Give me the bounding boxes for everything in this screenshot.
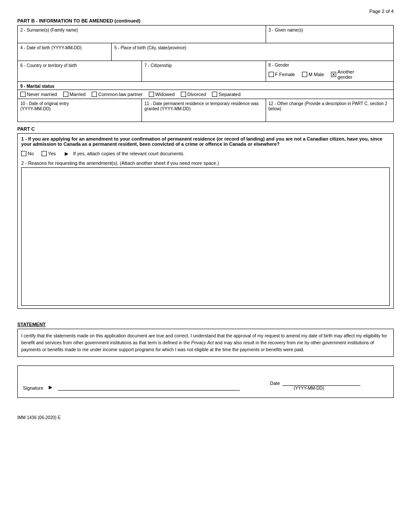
no-item[interactable]: No: [21, 151, 34, 156]
common-law-checkbox[interactable]: [92, 92, 97, 97]
gender-male-item[interactable]: M Male: [302, 72, 324, 77]
signature-arrow-icon: ►: [48, 384, 54, 391]
field6-label: 6 - Country or territory of birth: [20, 63, 77, 68]
gender-female-label: F Female: [275, 72, 295, 77]
arrow-icon: ►: [64, 150, 70, 157]
marital-never-married[interactable]: Never married: [20, 92, 57, 97]
marital-status-row: Never married Married Common-law partner…: [20, 92, 391, 97]
widowed-checkbox[interactable]: [149, 92, 154, 97]
married-checkbox[interactable]: [63, 92, 68, 97]
gender-female-item[interactable]: F Female: [269, 72, 295, 77]
date-label: Date: [270, 381, 280, 386]
part-b-table: 2 - Surname(s) (Family name) 3 - Given n…: [17, 25, 394, 122]
separated-label: Separated: [218, 92, 241, 97]
field2-label: 2 - Surname(s) (Family name): [20, 28, 78, 32]
field3-label: 3 - Given name(s): [269, 28, 303, 32]
field8-label: 8 - Gender: [269, 63, 391, 67]
attach-text: If yes, attach copies of the relevant co…: [73, 151, 184, 156]
part-c-box1: 1 - If you are applying for an amendment…: [17, 133, 394, 309]
never-married-label: Never married: [27, 92, 57, 97]
yes-item[interactable]: Yes: [42, 151, 56, 156]
no-checkbox[interactable]: [21, 151, 26, 156]
signature-row: Signature ► Date (YYYY-MM-DD): [21, 377, 390, 391]
field7-label: 7 - Citizenship: [144, 63, 172, 68]
marital-divorced[interactable]: Divorced: [181, 92, 206, 97]
field10-value[interactable]: [20, 111, 139, 120]
date-format: (YYYY-MM-DD): [270, 386, 348, 391]
part-c-label: PART C: [17, 126, 394, 131]
gender-female-checkbox[interactable]: [269, 72, 274, 77]
field5-value[interactable]: [114, 50, 391, 59]
marital-widowed[interactable]: Widowed: [149, 92, 175, 97]
field12-value[interactable]: [269, 111, 391, 120]
gender-male-checkbox[interactable]: [302, 72, 307, 77]
gender-another-label: Anothergender: [337, 69, 354, 80]
field6-value[interactable]: [20, 68, 139, 77]
signature-line[interactable]: [58, 382, 240, 391]
field12-label: 12 - Other change (Provide a description…: [269, 101, 388, 111]
statement-box: I certify that the statements made on th…: [17, 329, 394, 357]
page-number: Page 2 of 4: [17, 9, 394, 14]
divorced-label: Divorced: [187, 92, 206, 97]
part-b-title: PART B - INFORMATION TO BE AMENDED (cont…: [17, 18, 394, 23]
marital-common-law[interactable]: Common-law partner: [92, 92, 143, 97]
never-married-checkbox[interactable]: [20, 92, 26, 97]
common-law-label: Common-law partner: [98, 92, 143, 97]
field11-value[interactable]: [144, 111, 263, 120]
field4-value[interactable]: [20, 50, 109, 59]
field2-value[interactable]: [20, 32, 263, 41]
part-c-section1-text: 1 - If you are applying for an amendment…: [21, 136, 390, 147]
field10-label: 10 - Date of original entry(YYYY-MM-DD): [20, 101, 69, 111]
reasons-text-area[interactable]: [21, 167, 390, 306]
footer: IMM 1436 (06-2020) E: [17, 415, 394, 420]
signature-label: Signature: [23, 385, 43, 391]
no-label: No: [28, 151, 34, 156]
section2-container: 2 - Reasons for requesting the amendment…: [21, 160, 390, 306]
separated-checkbox[interactable]: [212, 92, 217, 97]
widowed-label: Widowed: [155, 92, 175, 97]
statement-title: STATEMENT: [17, 322, 394, 327]
statement-section: STATEMENT I certify that the statements …: [17, 322, 394, 398]
gender-another-item[interactable]: X Anothergender: [331, 69, 354, 80]
signature-container: Signature ► Date (YYYY-MM-DD): [17, 365, 394, 398]
marital-married[interactable]: Married: [63, 92, 86, 97]
divorced-checkbox[interactable]: [181, 92, 186, 97]
field9-label: 9 - Marital status: [20, 84, 55, 89]
field11-label: 11 - Date permanent residence or tempora…: [144, 101, 259, 111]
date-line[interactable]: [283, 377, 360, 386]
marital-separated[interactable]: Separated: [212, 92, 241, 97]
yes-label: Yes: [48, 151, 56, 156]
gender-x-checkbox[interactable]: X: [331, 72, 336, 77]
field7-value[interactable]: [144, 68, 263, 77]
field3-value[interactable]: [269, 32, 391, 41]
yes-no-row: No Yes ► If yes, attach copies of the re…: [21, 150, 390, 157]
date-section: Date (YYYY-MM-DD): [270, 377, 360, 391]
field5-label: 5 - Place of birth (City, state/province…: [114, 45, 186, 50]
section2-label: 2 - Reasons for requesting the amendment…: [21, 160, 390, 166]
married-label: Married: [70, 92, 86, 97]
field4-label: 4 - Date of birth (YYYY-MM-DD): [20, 45, 82, 50]
part-c-section: PART C 1 - If you are applying for an am…: [17, 126, 394, 309]
gender-male-label: M Male: [308, 72, 324, 77]
yes-checkbox[interactable]: [42, 151, 47, 156]
privacy-act-text: Privacy Act: [191, 340, 214, 345]
